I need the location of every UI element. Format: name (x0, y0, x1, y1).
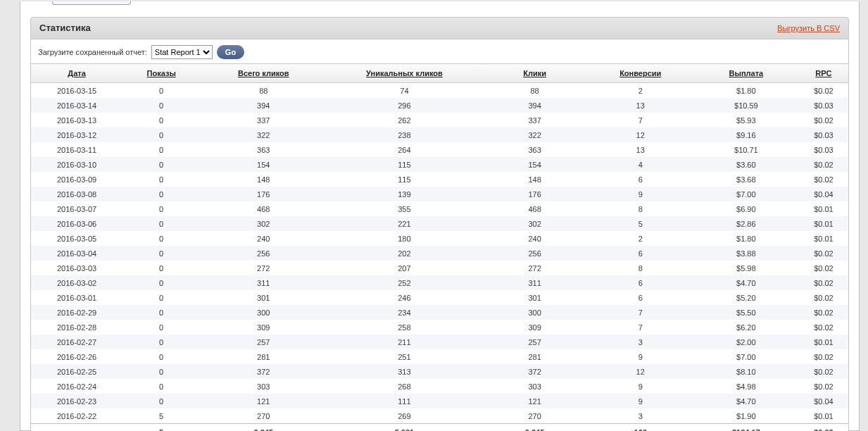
cell-rpc: $0.02 (799, 275, 848, 290)
saved-report-select[interactable]: Stat Report 1 (151, 45, 213, 59)
table-row: 2016-02-2602812512819$7.00$0.02 (31, 349, 848, 364)
cell-payout: $3.60 (693, 157, 799, 172)
cell-conversions: 3 (588, 335, 693, 349)
cell-unique-clicks: 251 (327, 349, 482, 364)
cell-conversions: 6 (588, 275, 693, 290)
go-button[interactable]: Go (217, 45, 244, 59)
table-row: 2016-03-0502401802402$1.80$0.01 (31, 231, 848, 246)
cell-clicks: 257 (482, 335, 588, 349)
cell-clicks: 121 (482, 394, 588, 408)
cell-payout: $6.90 (693, 201, 799, 216)
cell-conversions: 5 (588, 216, 693, 231)
cell-rpc: $0.01 (799, 335, 848, 349)
col-header-payout[interactable]: Выплата (693, 64, 799, 83)
cell-conversions: 7 (588, 320, 693, 335)
col-header-conversions[interactable]: Конверсии (588, 64, 693, 83)
col-header-unique-clicks[interactable]: Уникальных кликов (327, 64, 482, 83)
cell-shows: 0 (122, 305, 200, 320)
cell-shows: 0 (122, 216, 200, 231)
cell-unique-clicks: 74 (327, 83, 482, 99)
cell-clicks: 240 (482, 231, 588, 246)
cell-clicks: 303 (482, 379, 588, 394)
cell-total-clicks: 337 (200, 113, 327, 127)
cell-clicks: 300 (482, 305, 588, 320)
cell-unique-clicks: 180 (327, 231, 482, 246)
cell-payout: $2.00 (693, 335, 799, 349)
cell-date: 2016-03-08 (31, 187, 122, 201)
col-header-shows[interactable]: Показы (122, 64, 200, 83)
cell-total-clicks: 394 (200, 98, 327, 113)
cell-date: 2016-03-02 (31, 275, 122, 290)
col-header-total-clicks[interactable]: Всего кликов (200, 64, 327, 83)
table-header-row: Дата Показы Всего кликов Уникальных клик… (31, 64, 848, 83)
table-row: 2016-03-1001541151544$3.60$0.02 (31, 157, 848, 172)
footer-clicks: 6,345 (482, 424, 588, 432)
export-csv-link[interactable]: Выгрузить В CSV (777, 18, 840, 39)
cell-date: 2016-02-23 (31, 394, 122, 408)
cell-unique-clicks: 238 (327, 127, 482, 142)
footer-rpc: $0.02 (799, 424, 848, 432)
cell-shows: 0 (122, 349, 200, 364)
table-row: 2016-03-0402562022566$3.88$0.02 (31, 246, 848, 261)
cell-shows: 0 (122, 127, 200, 142)
cell-unique-clicks: 264 (327, 142, 482, 157)
cell-unique-clicks: 111 (327, 394, 482, 408)
cell-conversions: 6 (588, 246, 693, 261)
cell-conversions: 9 (588, 187, 693, 201)
col-header-date[interactable]: Дата (31, 64, 122, 83)
cell-date: 2016-03-10 (31, 157, 122, 172)
cell-unique-clicks: 296 (327, 98, 482, 113)
cell-date: 2016-03-01 (31, 290, 122, 305)
cell-rpc: $0.04 (799, 394, 848, 408)
cell-conversions: 7 (588, 113, 693, 127)
cell-total-clicks: 301 (200, 290, 327, 305)
cell-shows: 0 (122, 83, 200, 99)
table-row: 2016-03-0801761391769$7.00$0.04 (31, 187, 848, 201)
table-row: 2016-03-0704683554688$6.90$0.01 (31, 201, 848, 216)
cell-rpc: $0.03 (799, 142, 848, 157)
cell-payout: $10.59 (693, 98, 799, 113)
col-header-rpc[interactable]: RPC (799, 64, 848, 83)
table-row: 2016-02-2403032683039$4.98$0.02 (31, 379, 848, 394)
cell-rpc: $0.03 (799, 98, 848, 113)
panel-header: Статистика Выгрузить В CSV (30, 17, 849, 39)
cell-shows: 0 (122, 290, 200, 305)
cell-rpc: $0.02 (799, 83, 848, 99)
cell-clicks: 363 (482, 142, 588, 157)
cell-rpc: $0.02 (799, 246, 848, 261)
cell-clicks: 88 (482, 83, 588, 99)
table-footer-row: 5 6,345 5,081 6,345 166 $124.17 $0.02 (31, 424, 848, 432)
panel-title: Статистика (39, 18, 91, 39)
cell-clicks: 309 (482, 320, 588, 335)
cell-rpc: $0.01 (799, 201, 848, 216)
cell-payout: $2.86 (693, 216, 799, 231)
cell-date: 2016-03-15 (31, 83, 122, 99)
cell-unique-clicks: 355 (327, 201, 482, 216)
cell-total-clicks: 311 (200, 275, 327, 290)
table-row: 2016-03-14039429639413$10.59$0.03 (31, 98, 848, 113)
cell-unique-clicks: 221 (327, 216, 482, 231)
cell-date: 2016-02-25 (31, 364, 122, 379)
cell-conversions: 8 (588, 261, 693, 275)
cell-rpc: $0.02 (799, 364, 848, 379)
cell-total-clicks: 281 (200, 349, 327, 364)
cell-conversions: 13 (588, 98, 693, 113)
cell-clicks: 256 (482, 246, 588, 261)
cell-rpc: $0.02 (799, 349, 848, 364)
footer-unique-clicks: 5,081 (327, 424, 482, 432)
cell-date: 2016-02-26 (31, 349, 122, 364)
table-row: 2016-02-2803092583097$6.20$0.02 (31, 320, 848, 335)
cell-total-clicks: 309 (200, 320, 327, 335)
col-header-clicks[interactable]: Клики (482, 64, 588, 83)
cell-clicks: 394 (482, 98, 588, 113)
cell-total-clicks: 272 (200, 261, 327, 275)
cell-conversions: 8 (588, 201, 693, 216)
stats-table: Дата Показы Всего кликов Уникальных клик… (31, 64, 848, 431)
table-row: 2016-03-11036326436313$10.71$0.03 (31, 142, 848, 157)
cell-unique-clicks: 139 (327, 187, 482, 201)
tab-stub (52, 1, 131, 5)
cell-date: 2016-03-12 (31, 127, 122, 142)
cell-clicks: 302 (482, 216, 588, 231)
footer-total-clicks: 6,345 (200, 424, 327, 432)
cell-unique-clicks: 268 (327, 379, 482, 394)
